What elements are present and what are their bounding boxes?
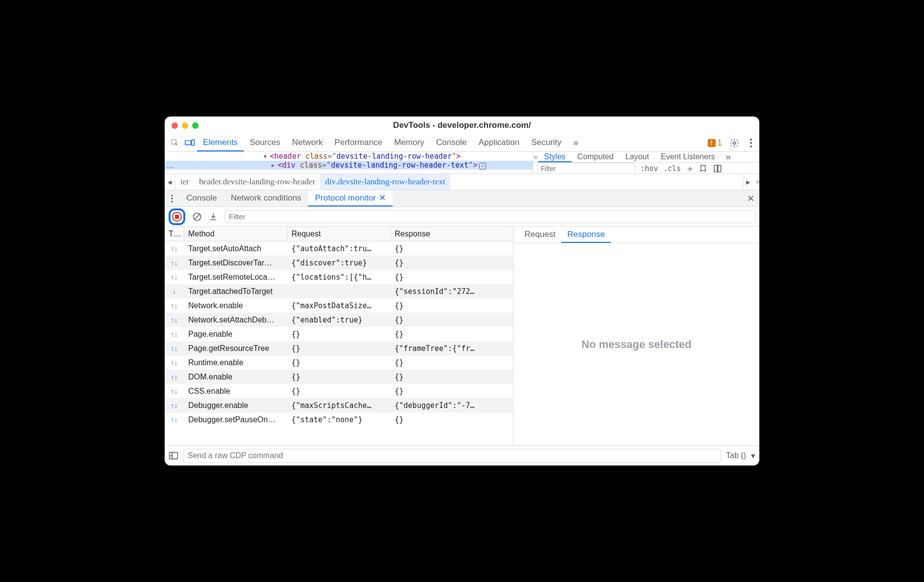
row-request: {"maxScriptsCache… <box>288 398 391 412</box>
tab-application[interactable]: Application <box>473 134 525 151</box>
drawer-close-button[interactable]: ✕ <box>742 190 759 206</box>
tabs-overflow-button[interactable]: » <box>567 134 584 151</box>
row-method: Network.enable <box>184 298 288 313</box>
styles-filter-input[interactable] <box>537 163 635 175</box>
messages-table: T… Method Request Response ↑↓Target.setA… <box>165 227 514 445</box>
protocol-filter-input[interactable] <box>225 210 755 223</box>
row-response: {} <box>391 313 513 327</box>
protocol-monitor-toolbar <box>165 207 759 227</box>
tab-sources[interactable]: Sources <box>244 134 286 151</box>
table-row[interactable]: ↓Target.attachedToTarget{"sessionId":"27… <box>165 284 513 298</box>
table-row[interactable]: ↑↓Target.setDiscoverTar…{"discover":true… <box>165 256 513 270</box>
row-request: {"discover":true} <box>288 256 391 270</box>
record-button[interactable] <box>172 212 182 222</box>
row-request: {} <box>288 327 391 341</box>
warnings-indicator[interactable]: ! 1 <box>704 134 726 151</box>
paint-flashing-icon[interactable] <box>699 164 708 173</box>
dom-breadcrumbs: ◂ ier header.devsite-landing-row-header … <box>165 174 759 190</box>
row-request <box>288 284 391 298</box>
tab-performance[interactable]: Performance <box>329 134 388 151</box>
svg-point-10 <box>171 195 173 197</box>
row-response: {"debuggerId":"-7… <box>391 398 513 412</box>
dom-tree-pane[interactable]: ⋯ ▾<header class="devsite-landing-row-he… <box>165 152 533 174</box>
detail-tab-request[interactable]: Request <box>519 227 561 243</box>
main-tabs-bar: Elements Sources Network Performance Mem… <box>165 134 759 152</box>
table-row[interactable]: ↑↓Runtime.enable{}{} <box>165 355 513 370</box>
command-footer: Tab () ▾ <box>165 446 759 466</box>
column-request[interactable]: Request <box>288 227 391 241</box>
column-response[interactable]: Response <box>391 227 513 241</box>
row-request: {} <box>288 384 391 398</box>
close-tab-icon[interactable]: ✕ <box>379 193 386 203</box>
svg-rect-7 <box>701 165 705 171</box>
table-row[interactable]: ↑↓Network.enable{"maxPostDataSize…{} <box>165 298 513 313</box>
styles-tab-event-listeners[interactable]: Event Listeners <box>655 152 721 162</box>
styles-tab-computed[interactable]: Computed <box>572 152 620 162</box>
inspect-element-icon[interactable] <box>168 134 182 151</box>
row-method: Page.enable <box>184 327 288 341</box>
toggle-sidebar-icon[interactable] <box>169 451 178 460</box>
row-method: Debugger.setPauseOn… <box>184 412 288 427</box>
settings-button[interactable] <box>726 134 743 151</box>
hov-toggle[interactable]: :hov <box>640 164 658 173</box>
drawer-more-tools[interactable] <box>165 190 179 206</box>
table-row[interactable]: ↑↓Target.setAutoAttach{"autoAttach":tru…… <box>165 241 513 256</box>
window-title: DevTools - developer.chrome.com/ <box>165 120 759 130</box>
completion-dropdown-icon[interactable]: ▾ <box>751 451 755 461</box>
record-highlight <box>169 208 185 225</box>
tab-network[interactable]: Network <box>286 134 328 151</box>
table-row[interactable]: ↑↓Page.getResourceTree{}{"frameTree":{"f… <box>165 341 513 355</box>
svg-point-11 <box>171 198 173 200</box>
table-row[interactable]: ↑↓Debugger.setPauseOn…{"state":"none"}{} <box>165 412 513 427</box>
tab-console[interactable]: Console <box>430 134 472 151</box>
svg-rect-2 <box>192 140 194 146</box>
row-response: {} <box>391 327 513 341</box>
table-row[interactable]: ↑↓Page.enable{}{} <box>165 327 513 341</box>
device-toolbar-icon[interactable] <box>182 134 197 151</box>
svg-line-14 <box>194 214 200 220</box>
column-method[interactable]: Method <box>184 227 288 241</box>
table-body[interactable]: ↑↓Target.setAutoAttach{"autoAttach":tru…… <box>165 241 513 445</box>
row-response: {} <box>391 298 513 313</box>
table-row[interactable]: ↑↓CSS.enable{}{} <box>165 384 513 398</box>
detail-tab-response[interactable]: Response <box>561 227 611 243</box>
styles-tab-layout[interactable]: Layout <box>619 152 655 162</box>
clear-icon[interactable] <box>192 212 202 222</box>
drawer-tab-protocol-monitor[interactable]: Protocol monitor✕ <box>308 190 393 206</box>
styles-tab-styles[interactable]: Styles <box>538 152 572 162</box>
drawer-tab-network-conditions[interactable]: Network conditions <box>224 190 308 206</box>
table-row[interactable]: ↑↓Target.setRemoteLoca…{"locations":[{"h… <box>165 270 513 284</box>
row-request: {"maxPostDataSize… <box>288 298 391 313</box>
more-options-button[interactable] <box>743 134 759 151</box>
save-icon[interactable] <box>209 212 218 221</box>
table-row[interactable]: ↑↓Network.setAttachDeb…{"enabled":true}{… <box>165 313 513 327</box>
breadcrumb-div-selected[interactable]: div.devsite-landing-row-header-text <box>320 174 450 190</box>
tab-memory[interactable]: Memory <box>388 134 430 151</box>
dom-node-header[interactable]: ▾<header class="devsite-landing-row-head… <box>165 152 533 161</box>
table-row[interactable]: ↑↓Debugger.enable{"maxScriptsCache…{"deb… <box>165 398 513 412</box>
row-response: {} <box>391 370 513 384</box>
svg-rect-8 <box>715 165 718 172</box>
new-style-rule-icon[interactable]: ＋ <box>686 163 694 175</box>
tab-elements[interactable]: Elements <box>197 134 244 151</box>
cdp-command-input[interactable] <box>183 449 721 463</box>
styles-tabs-overflow[interactable]: » <box>721 152 736 162</box>
table-header: T… Method Request Response <box>165 227 513 241</box>
column-type[interactable]: T… <box>165 227 184 241</box>
dom-node-div-selected[interactable]: ▸<div class="devsite-landing-row-header-… <box>165 161 533 170</box>
table-row[interactable]: ↑↓DOM.enable{}{} <box>165 370 513 384</box>
warnings-count: 1 <box>718 138 722 148</box>
computed-toggle-icon[interactable] <box>713 164 722 173</box>
svg-rect-9 <box>718 165 721 172</box>
breadcrumb-header[interactable]: header.devsite-landing-row-header <box>194 177 320 187</box>
breadcrumb-scroll-left[interactable]: ◂ <box>165 174 175 190</box>
drawer-tab-console[interactable]: Console <box>179 190 224 206</box>
cls-toggle[interactable]: .cls <box>663 164 681 173</box>
tab-security[interactable]: Security <box>525 134 567 151</box>
row-request: {"state":"none"} <box>288 412 391 427</box>
row-method: Target.setAutoAttach <box>184 241 288 256</box>
row-direction-icon: ↑↓ <box>165 256 184 270</box>
ellipsis-icon: ⋯ <box>167 163 174 172</box>
breadcrumb-scroll-right[interactable]: ▸ <box>743 174 753 190</box>
row-request: {"enabled":true} <box>288 313 391 327</box>
